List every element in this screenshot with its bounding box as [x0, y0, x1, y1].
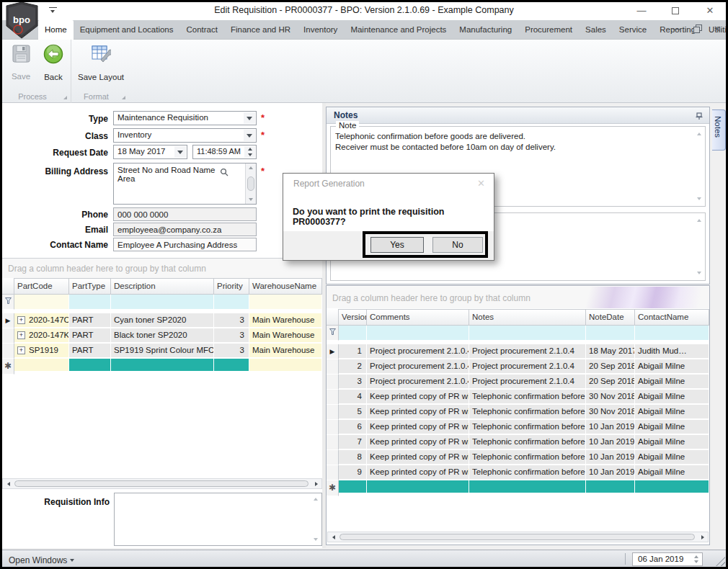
notes-grid-column-header-comments[interactable]: Comments: [367, 309, 469, 326]
parts-grid-cell[interactable]: +SP1919: [14, 344, 69, 359]
notes-grid-cell[interactable]: Telephonic confirmation before …: [469, 465, 586, 480]
notes-grid-cell[interactable]: Abigail Milne: [635, 420, 709, 435]
notes-grid-cell[interactable]: 5: [339, 405, 367, 420]
notes-grid-cell[interactable]: Telephonic confirmation before …: [469, 405, 586, 420]
parts-grid-new-row-cell[interactable]: [214, 359, 249, 372]
notes-side-tab[interactable]: Notes: [712, 109, 726, 151]
parts-grid-cell[interactable]: +2020-147C: [14, 313, 69, 328]
parts-grid-cell[interactable]: Main Warehouse: [249, 344, 322, 359]
ribbon-tab-inventory[interactable]: Inventory: [297, 20, 344, 40]
parts-grid-column-header-parttype[interactable]: PartType: [69, 278, 111, 295]
notes-grid-filter-cell[interactable]: [586, 326, 635, 341]
parts-grid-filter-cell[interactable]: [249, 295, 322, 310]
notes-grid-cell[interactable]: Abigail Milne: [635, 390, 709, 405]
contact-name-input[interactable]: [113, 238, 257, 251]
parts-grid-cell[interactable]: Black toner SP2020: [111, 328, 214, 344]
notes-grid-cell[interactable]: Keep printed copy of PR wi…: [367, 435, 469, 450]
billing-scrollbar[interactable]: [245, 163, 256, 204]
notes-grid-cell[interactable]: Keep printed copy of PR wi…: [367, 405, 469, 420]
scroll-down-icon[interactable]: [314, 538, 318, 541]
notes-grid-new-row-cell[interactable]: [635, 480, 709, 493]
left-horizontal-scrollbar[interactable]: [2, 478, 322, 489]
notes-grid-cell[interactable]: Abigail Milne: [635, 359, 709, 375]
notes-grid-cell[interactable]: Keep printed copy of PR wi…: [367, 390, 469, 405]
notes-grid-column-header-version[interactable]: Version: [339, 309, 367, 326]
notes-grid-new-row-cell[interactable]: [586, 480, 635, 493]
back-button[interactable]: Back: [30, 42, 76, 83]
notes-grid-cell[interactable]: Abigail Milne: [635, 375, 709, 390]
parts-grid-cell[interactable]: SP1919 Sprint Colour MFC: [111, 344, 214, 359]
parts-grid-cell[interactable]: 3: [214, 328, 249, 344]
notes-grid-cell[interactable]: Project procurement 2.1.0.4: [469, 375, 586, 390]
type-dropdown[interactable]: Maintenance Requisition: [113, 111, 257, 125]
parts-grid-new-row-cell[interactable]: [14, 359, 69, 372]
ribbon-tab-equipment-and-locations[interactable]: Equipment and Locations: [74, 20, 180, 40]
note-text[interactable]: Telephonic confirmation before goods are…: [335, 131, 689, 153]
billing-address-field[interactable]: Street No and Road Name Area: [113, 163, 257, 205]
parts-grid-new-row-indicator[interactable]: ✱: [2, 359, 14, 375]
notes-grid-cell[interactable]: 6: [339, 420, 367, 435]
scroll-right-icon[interactable]: [311, 479, 321, 488]
notes-grid-cell[interactable]: Telephonic confirmation before …: [469, 435, 586, 450]
parts-grid-column-header-warehousename[interactable]: WarehouseName: [249, 278, 322, 295]
chevron-down-icon[interactable]: [244, 130, 255, 141]
notes-grid-cell[interactable]: 10 Jan 2019: [586, 465, 635, 480]
parts-grid-cell[interactable]: PART: [69, 313, 111, 328]
ribbon-tab-finance-and-hr[interactable]: Finance and HR: [224, 20, 297, 40]
notes-grid-cell[interactable]: Telephonic confirmation before …: [469, 450, 586, 465]
scroll-up-icon[interactable]: [697, 219, 701, 222]
dialog-close-icon[interactable]: ✕: [477, 178, 485, 189]
notes-grid-cell[interactable]: Keep printed copy of PR wi…: [367, 420, 469, 435]
notes-grid-cell[interactable]: Project procurement 2.1.0.4: [367, 375, 469, 390]
request-time-spinner[interactable]: 11:48:59 AM: [192, 145, 257, 159]
parts-grid-new-row-cell[interactable]: [69, 359, 111, 372]
parts-grid-column-header-partcode[interactable]: PartCode: [14, 278, 69, 295]
notes-grid-new-row-cell[interactable]: [339, 480, 367, 493]
notes-grid-filter-cell[interactable]: [635, 326, 709, 341]
ribbon-tab-home[interactable]: Home: [38, 20, 74, 40]
notes-grid-new-row-indicator[interactable]: ✱: [327, 480, 339, 496]
notes-grid-cell[interactable]: Abigail Milne: [635, 465, 709, 480]
parts-grid-cell[interactable]: +2020-147K: [14, 328, 69, 344]
notes-grid-cell[interactable]: 10 Jan 2019: [586, 420, 635, 435]
maximize-button[interactable]: [665, 4, 686, 17]
expand-icon[interactable]: +: [17, 316, 25, 324]
chevron-down-icon[interactable]: [174, 146, 186, 158]
ribbon-tab-contract[interactable]: Contract: [179, 20, 223, 40]
date-spin-buttons[interactable]: [691, 554, 701, 565]
parts-grid-row-indicator[interactable]: ▶: [2, 313, 14, 328]
requisition-info-field[interactable]: [114, 493, 322, 546]
notes-grid-groupby-band[interactable]: Drag a column header here to group by th…: [327, 287, 709, 308]
notes-grid-cell[interactable]: 20 Sep 2018: [586, 359, 635, 375]
notes-grid-cell[interactable]: Judith Mud…: [635, 344, 709, 359]
parts-grid-filter-cell[interactable]: [214, 295, 249, 310]
notes-grid-row-indicator[interactable]: [327, 465, 339, 480]
ribbon-close-icon[interactable]: ✕: [712, 24, 722, 34]
parts-grid-column-header-description[interactable]: Description: [111, 278, 214, 295]
scroll-down-icon[interactable]: [249, 198, 253, 201]
notes-grid-cell[interactable]: 10 Jan 2019: [586, 450, 635, 465]
parts-grid-cell[interactable]: Main Warehouse: [249, 313, 322, 328]
open-windows-button[interactable]: Open Windows: [9, 555, 74, 565]
notes-grid-row-indicator[interactable]: [327, 435, 339, 450]
parts-grid-row-indicator[interactable]: [2, 328, 14, 344]
right-horizontal-scrollbar[interactable]: [327, 532, 709, 542]
notes-grid-cell[interactable]: 9: [339, 465, 367, 480]
notes-grid-cell[interactable]: 30 Nov 2018: [586, 405, 635, 420]
parts-grid-new-row-cell[interactable]: [111, 359, 214, 372]
pin-icon[interactable]: [695, 110, 703, 123]
notes-grid-cell[interactable]: Telephonic confirmation before …: [469, 390, 586, 405]
close-button[interactable]: ✕: [699, 4, 721, 17]
chevron-down-icon[interactable]: [244, 112, 255, 124]
notes-grid-cell[interactable]: 30 Nov 2018: [586, 390, 635, 405]
notes-grid-cell[interactable]: 4: [339, 390, 367, 405]
notes-grid-cell[interactable]: Telephonic confirmation before …: [469, 420, 586, 435]
expand-icon[interactable]: +: [17, 331, 25, 339]
scroll-left-icon[interactable]: [3, 479, 14, 488]
notes-grid-row-indicator[interactable]: [327, 390, 339, 405]
notes-grid-row-indicator[interactable]: [327, 359, 339, 375]
parts-grid-filter-cell[interactable]: [111, 295, 214, 310]
notes-grid-cell[interactable]: 20 Sep 2018: [586, 375, 635, 390]
parts-grid-cell[interactable]: 3: [214, 344, 249, 359]
scroll-down-icon[interactable]: [697, 197, 701, 200]
